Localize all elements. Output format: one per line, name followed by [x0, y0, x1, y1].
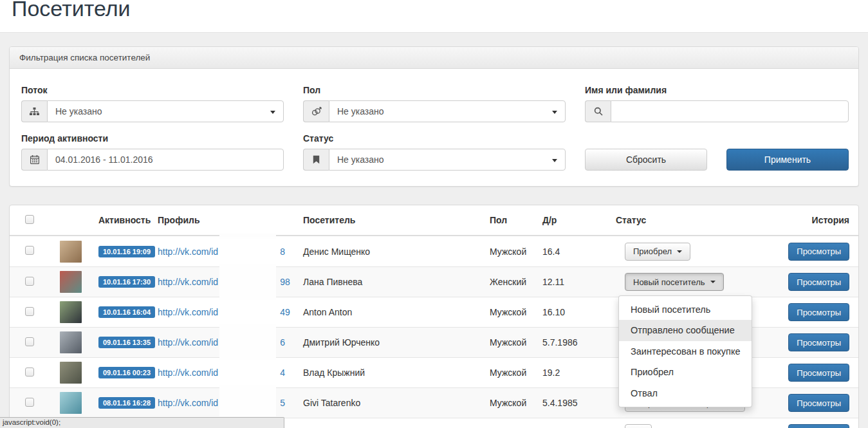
status-menu-item[interactable]: Новый посетитель [619, 299, 752, 320]
filter-panel: Фильтрация списка посетителей Поток Не у… [9, 46, 859, 187]
header-birthday: Д/р [542, 215, 557, 225]
visitor-gender: Мужской [490, 337, 526, 348]
status-dropdown-button[interactable] [625, 424, 652, 428]
calendar-icon [21, 149, 47, 171]
visitor-name: Влад Крыжний [303, 368, 365, 378]
visitor-birthday: 16.4 [542, 247, 560, 257]
status-label: Статус [303, 133, 566, 144]
header-activity: Активность [98, 215, 151, 225]
sitemap-icon [21, 100, 47, 122]
stream-select[interactable]: Не указано [47, 100, 284, 122]
row-checkbox[interactable] [25, 398, 34, 407]
status-bar-text: javascript:void(0); [3, 418, 60, 426]
reset-button[interactable]: Сбросить [585, 149, 707, 171]
status-dropdown-label: Приобрел [633, 247, 672, 256]
visitor-gender: Мужской [490, 307, 526, 317]
table-row: 10.01.16 17:30 http://vk.com/id98 Лана П… [10, 266, 858, 297]
activity-badge: 08.01.16 16:28 [98, 397, 155, 409]
name-search-input[interactable] [611, 100, 849, 122]
filter-field-stream: Поток Не указано [21, 85, 284, 122]
views-button[interactable]: Просмотры [788, 243, 849, 261]
profile-link-prefix: http://vk.com/id [158, 307, 218, 317]
search-icon [585, 100, 611, 122]
avatar [60, 392, 82, 414]
activity-badge: 10.01.16 17:30 [98, 276, 155, 288]
filter-field-period: Период активности [21, 133, 284, 171]
header-status: Статус [616, 215, 646, 225]
views-button[interactable]: Просмотры [788, 394, 849, 412]
avatar [60, 331, 82, 353]
visitor-name: Givi Tatarenko [303, 398, 360, 408]
status-dropdown-button[interactable]: Приобрел [625, 243, 690, 261]
visitor-name: Дмитрий Юрченко [303, 337, 380, 348]
profile-link-suffix: 98 [280, 277, 290, 287]
profile-link-suffix: 49 [280, 307, 290, 317]
chevron-down-icon [552, 159, 557, 162]
avatar [60, 271, 82, 293]
row-checkbox[interactable] [25, 277, 34, 286]
filter-field-status: Статус Не указано [303, 133, 566, 171]
table-header-row: Активность Профиль Посетитель Пол Д/р Ст… [10, 205, 858, 236]
visitor-birthday: 16.10 [542, 307, 565, 317]
header-gender: Пол [490, 215, 507, 225]
views-button[interactable]: Просмотры [788, 424, 849, 428]
profile-link-suffix: 8 [280, 247, 285, 257]
period-label: Период активности [21, 133, 284, 144]
visitor-name: Лана Пивнева [303, 277, 362, 287]
profile-link-suffix: 6 [280, 337, 285, 348]
row-checkbox[interactable] [25, 337, 34, 346]
profile-link-prefix: http://vk.com/id [158, 337, 218, 348]
visitor-gender: Женский [490, 277, 526, 287]
gender-label: Пол [303, 85, 566, 95]
avatar [60, 241, 82, 263]
visitor-birthday: 19.2 [542, 368, 560, 378]
visitor-birthday: 5.7.1986 [542, 337, 578, 348]
stream-label: Поток [21, 85, 284, 95]
period-input[interactable] [47, 149, 284, 171]
profile-link-prefix: http://vk.com/id [158, 368, 218, 378]
filter-field-gender: Пол Не указано [303, 85, 566, 122]
status-menu-item[interactable]: Приобрел [619, 362, 752, 382]
stream-select-value: Не указано [55, 106, 102, 116]
views-button[interactable]: Просмотры [788, 364, 849, 382]
visitor-gender: Мужской [490, 398, 526, 408]
visitor-gender: Мужской [490, 247, 526, 257]
select-all-checkbox[interactable] [25, 215, 34, 224]
censored-blur-overlay [219, 234, 276, 416]
visitor-name: Anton Anton [303, 307, 352, 317]
views-button[interactable]: Просмотры [788, 273, 849, 291]
chevron-down-icon [552, 111, 557, 114]
visitor-birthday: 5.4.1985 [542, 398, 578, 408]
status-dropdown-button[interactable]: Новый посетитель [625, 273, 724, 291]
activity-badge: 09.01.16 00:23 [98, 367, 155, 378]
page-title: Посетители [12, 0, 131, 21]
profile-link-prefix: http://vk.com/id [158, 247, 218, 257]
views-button[interactable]: Просмотры [788, 303, 849, 321]
header-profile: Профиль [158, 215, 200, 225]
caret-down-icon [677, 250, 682, 253]
row-checkbox[interactable] [25, 246, 34, 255]
avatar [60, 301, 82, 323]
gender-select[interactable]: Не указано [329, 100, 566, 122]
filter-field-name: Имя или фамилия [585, 85, 849, 122]
row-checkbox[interactable] [25, 368, 34, 377]
table-row: 10.01.16 19:09 http://vk.com/id8 Денис М… [10, 236, 858, 266]
status-menu-item[interactable]: Отвал [619, 383, 752, 404]
views-button[interactable]: Просмотры [788, 333, 849, 351]
profile-link-suffix: 4 [280, 368, 285, 378]
row-checkbox[interactable] [25, 307, 34, 316]
header-visitor: Посетитель [303, 215, 355, 225]
profile-link-prefix: http://vk.com/id [158, 277, 218, 287]
visitors-table: Активность Профиль Посетитель Пол Д/р Ст… [9, 205, 859, 428]
status-menu-item[interactable]: Отправлено сообщение [619, 320, 752, 340]
status-select[interactable]: Не указано [329, 149, 566, 171]
gender-select-value: Не указано [337, 106, 384, 116]
caret-down-icon [710, 281, 716, 283]
status-menu-item[interactable]: Заинтересован в покупке [619, 341, 752, 362]
activity-badge: 10.01.16 16:04 [98, 306, 155, 318]
status-select-value: Не указано [337, 154, 384, 165]
status-dropdown-label: Новый посетитель [633, 277, 705, 287]
profile-link-prefix: http://vk.com/id [158, 398, 218, 408]
apply-button[interactable]: Применить [726, 149, 849, 171]
visitor-birthday: 12.11 [542, 277, 564, 287]
